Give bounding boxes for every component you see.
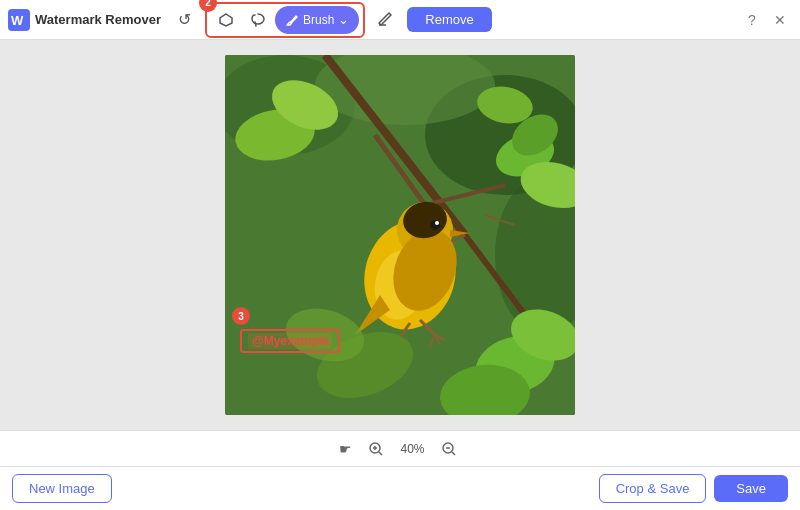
brush-icon <box>285 13 299 27</box>
crop-save-button[interactable]: Crop & Save <box>599 474 707 503</box>
bird-scene <box>225 55 575 415</box>
svg-line-41 <box>379 452 382 455</box>
svg-line-45 <box>452 452 455 455</box>
zoom-out-button[interactable] <box>437 437 461 461</box>
close-button[interactable]: ✕ <box>768 8 792 32</box>
image-container: 3 @Myexample <box>225 55 575 415</box>
logo-icon: W <box>8 9 30 31</box>
brush-tool-button[interactable]: Brush ⌄ <box>275 6 359 34</box>
save-button[interactable]: Save <box>714 475 788 502</box>
app-logo: W Watermark Remover <box>8 9 161 31</box>
watermark-badge: 3 <box>232 307 250 325</box>
brush-label: Brush <box>303 13 334 27</box>
title-bar: W Watermark Remover ↺ 2 Brush ⌄ <box>0 0 800 40</box>
back-button[interactable]: ↺ <box>171 6 199 34</box>
new-image-button[interactable]: New Image <box>12 474 112 503</box>
lasso-tool-button[interactable] <box>243 6 273 34</box>
tool-group: 2 Brush ⌄ <box>205 2 365 38</box>
hand-tool-button[interactable]: ☛ <box>339 441 352 457</box>
watermark-selection: 3 @Myexample <box>240 329 340 353</box>
erase-tool-button[interactable] <box>371 6 401 34</box>
zoom-level: 40% <box>400 442 424 456</box>
lasso-icon <box>250 12 266 28</box>
zoom-bar: ☛ 40% <box>0 430 800 466</box>
bird-image: 3 @Myexample <box>225 55 575 415</box>
remove-button[interactable]: Remove <box>407 7 491 32</box>
canvas-area: 3 @Myexample <box>0 40 800 430</box>
brush-dropdown-icon: ⌄ <box>338 12 349 27</box>
polygon-icon <box>218 12 234 28</box>
app-title: Watermark Remover <box>35 12 161 27</box>
svg-point-29 <box>430 220 440 230</box>
zoom-in-icon <box>368 441 384 457</box>
svg-point-30 <box>435 221 439 225</box>
window-controls: ? ✕ <box>740 8 792 32</box>
polygon-tool-button[interactable] <box>211 6 241 34</box>
zoom-in-button[interactable] <box>364 437 388 461</box>
nav-buttons: ↺ <box>171 6 199 34</box>
eraser-icon <box>378 12 394 28</box>
svg-marker-2 <box>220 14 232 26</box>
help-button[interactable]: ? <box>740 8 764 32</box>
svg-text:W: W <box>11 13 24 28</box>
watermark-text: @Myexample <box>248 333 332 349</box>
bottom-bar: New Image Crop & Save Save <box>0 466 800 510</box>
zoom-out-icon <box>441 441 457 457</box>
